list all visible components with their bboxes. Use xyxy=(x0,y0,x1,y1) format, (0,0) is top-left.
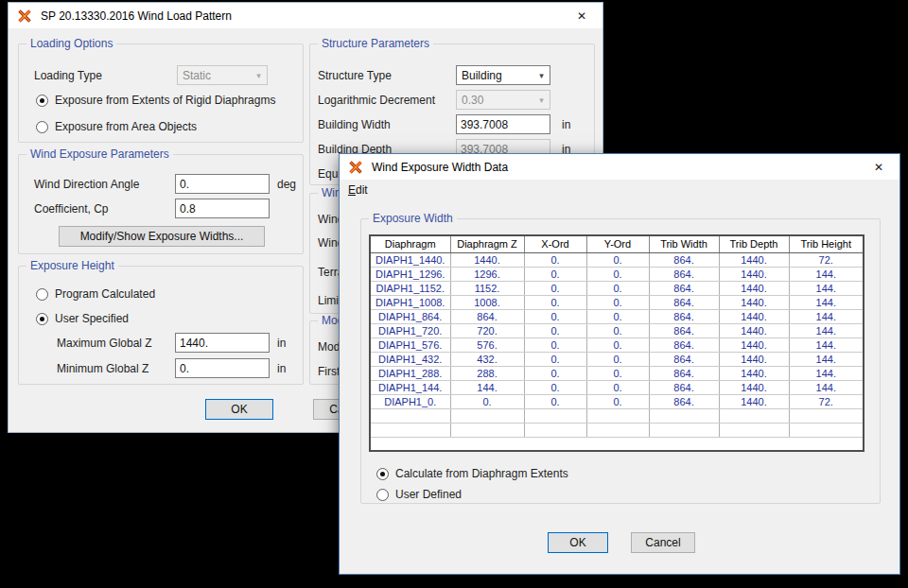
table-cell[interactable] xyxy=(371,423,450,437)
table-cell[interactable]: 864. xyxy=(649,281,719,295)
table-cell[interactable]: 864. xyxy=(649,380,719,394)
table-cell[interactable]: 0. xyxy=(586,380,649,394)
column-header[interactable]: Trib Depth xyxy=(719,236,789,252)
table-cell[interactable]: 0. xyxy=(524,352,586,366)
table-cell[interactable]: 864. xyxy=(649,366,719,380)
column-header[interactable]: Trib Width xyxy=(649,236,719,252)
table-cell[interactable]: 144. xyxy=(789,323,863,337)
table-cell[interactable]: 864. xyxy=(649,267,719,281)
table-row[interactable]: DIAPH1_144.144.0.0.864.1440.144. xyxy=(371,380,863,394)
table-cell[interactable]: 1296. xyxy=(450,267,524,281)
table-cell[interactable]: 0. xyxy=(586,252,649,267)
column-header[interactable]: X-Ord xyxy=(524,236,586,252)
table-cell[interactable] xyxy=(586,408,649,423)
table-cell[interactable]: DIAPH1_1008. xyxy=(371,295,450,309)
table-cell[interactable] xyxy=(450,408,524,423)
table-cell[interactable] xyxy=(719,423,789,437)
titlebar[interactable]: SP 20.13330.2016 Wind Load Pattern ✕ xyxy=(9,3,602,28)
table-cell[interactable] xyxy=(524,423,586,437)
table-row[interactable]: DIAPH1_1440.1440.0.0.864.1440.72. xyxy=(371,252,863,267)
table-cell[interactable]: 0. xyxy=(524,309,586,323)
table-cell[interactable] xyxy=(524,408,586,423)
table-cell[interactable]: 864. xyxy=(649,394,719,408)
table-cell[interactable]: 0. xyxy=(524,380,586,394)
table-cell[interactable]: DIAPH1_144. xyxy=(371,380,450,394)
column-header[interactable]: Diaphragm Z xyxy=(450,236,524,252)
table-cell[interactable]: 0. xyxy=(586,295,649,309)
table-cell[interactable]: 1440. xyxy=(719,295,789,309)
table-cell[interactable]: 864. xyxy=(649,309,719,323)
exposure-area-radio[interactable]: Exposure from Area Objects xyxy=(36,120,197,133)
ok-button[interactable]: OK xyxy=(548,532,608,553)
table-cell[interactable]: 0. xyxy=(524,337,586,352)
table-cell[interactable]: 0. xyxy=(524,394,586,408)
table-cell[interactable]: DIAPH1_864. xyxy=(371,309,450,323)
calculate-from-diaphragm-radio[interactable]: Calculate from Diaphragm Extents xyxy=(376,467,568,480)
table-cell[interactable]: 1440. xyxy=(719,267,789,281)
table-cell[interactable]: 0. xyxy=(586,366,649,380)
table-row[interactable]: DIAPH1_288.288.0.0.864.1440.144. xyxy=(371,366,863,380)
table-cell[interactable]: 0. xyxy=(524,323,586,337)
table-cell[interactable]: 864. xyxy=(649,323,719,337)
table-cell[interactable]: 144. xyxy=(450,380,524,394)
table-row[interactable]: DIAPH1_720.720.0.0.864.1440.144. xyxy=(371,323,863,337)
table-cell[interactable] xyxy=(789,423,863,437)
building-width-input[interactable] xyxy=(456,114,550,134)
table-cell[interactable] xyxy=(586,423,649,437)
table-cell[interactable]: 72. xyxy=(789,252,863,267)
table-cell[interactable]: 1440. xyxy=(719,309,789,323)
table-cell[interactable]: 144. xyxy=(789,267,863,281)
table-cell[interactable]: 0. xyxy=(450,394,524,408)
table-cell[interactable]: 0. xyxy=(586,323,649,337)
cancel-button[interactable]: Cancel xyxy=(631,532,695,553)
table-cell[interactable]: 1440. xyxy=(719,394,789,408)
table-row[interactable]: DIAPH1_576.576.0.0.864.1440.144. xyxy=(371,337,863,352)
table-cell[interactable]: 864. xyxy=(649,352,719,366)
table-cell[interactable]: 0. xyxy=(586,267,649,281)
table-cell[interactable]: 144. xyxy=(789,380,863,394)
table-cell[interactable] xyxy=(450,423,524,437)
table-cell[interactable]: 0. xyxy=(524,267,586,281)
table-cell[interactable]: 144. xyxy=(789,366,863,380)
edit-menu[interactable]: Edit xyxy=(340,182,376,199)
table-cell[interactable]: DIAPH1_576. xyxy=(371,337,450,352)
table-cell[interactable]: 1440. xyxy=(719,352,789,366)
ok-button[interactable]: OK xyxy=(205,399,273,420)
table-cell[interactable]: DIAPH1_0. xyxy=(371,394,450,408)
program-calculated-radio[interactable]: Program Calculated xyxy=(36,287,155,301)
table-cell[interactable]: 144. xyxy=(789,352,863,366)
table-row[interactable]: DIAPH1_432.432.0.0.864.1440.144. xyxy=(371,352,863,366)
table-row[interactable]: DIAPH1_1008.1008.0.0.864.1440.144. xyxy=(371,295,863,309)
table-cell[interactable]: 1440. xyxy=(719,366,789,380)
table-cell[interactable]: 720. xyxy=(450,323,524,337)
table-cell[interactable]: 1008. xyxy=(450,295,524,309)
table-row[interactable]: DIAPH1_1152.1152.0.0.864.1440.144. xyxy=(371,281,863,295)
coefficient-input[interactable] xyxy=(175,199,270,218)
table-cell[interactable]: 1440. xyxy=(719,281,789,295)
max-global-z-input[interactable] xyxy=(175,333,270,353)
table-cell[interactable]: 864. xyxy=(649,337,719,352)
structure-type-select[interactable]: Building ▾ xyxy=(456,65,550,85)
table-cell[interactable]: 1440. xyxy=(719,337,789,352)
table-cell[interactable]: 1440. xyxy=(450,252,524,267)
table-row[interactable]: DIAPH1_1296.1296.0.0.864.1440.144. xyxy=(371,267,863,281)
table-row[interactable]: DIAPH1_0.0.0.0.864.1440.72. xyxy=(371,394,863,408)
modify-show-exposure-widths-button[interactable]: Modify/Show Exposure Widths... xyxy=(59,226,265,247)
table-cell[interactable]: 576. xyxy=(450,337,524,352)
table-cell[interactable]: 144. xyxy=(789,281,863,295)
table-cell[interactable] xyxy=(371,408,450,423)
table-cell[interactable]: DIAPH1_432. xyxy=(371,352,450,366)
table-cell[interactable]: 144. xyxy=(789,337,863,352)
table-row[interactable] xyxy=(371,423,863,437)
table-cell[interactable]: 0. xyxy=(524,295,586,309)
table-cell[interactable]: 0. xyxy=(586,309,649,323)
table-cell[interactable]: DIAPH1_720. xyxy=(371,323,450,337)
table-cell[interactable]: 0. xyxy=(586,337,649,352)
table-cell[interactable]: 864. xyxy=(649,295,719,309)
table-cell[interactable]: 0. xyxy=(586,394,649,408)
table-row[interactable] xyxy=(371,408,863,423)
table-cell[interactable]: 432. xyxy=(450,352,524,366)
table-cell[interactable] xyxy=(719,408,789,423)
table-cell[interactable]: 288. xyxy=(450,366,524,380)
close-icon[interactable]: ✕ xyxy=(561,3,602,28)
